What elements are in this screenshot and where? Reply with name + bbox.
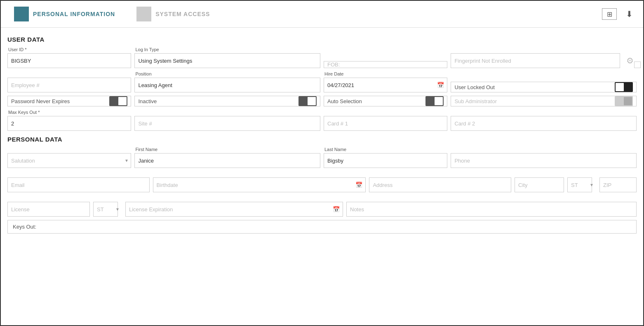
max-keys-input[interactable] [7, 116, 131, 131]
personal-data-row-2: 📅 ST ▾ [7, 171, 637, 192]
position-input[interactable] [134, 78, 320, 92]
login-type-input[interactable] [134, 53, 320, 68]
card1-input[interactable] [324, 116, 447, 131]
license-spacer [7, 196, 90, 201]
personal-data-row-3: ST ▾ 📅 [7, 196, 637, 217]
license-exp-group: 📅 [125, 196, 343, 217]
personal-data-section-title: PERSONAL DATA [7, 136, 637, 143]
sub-admin-label: Sub Administrator [454, 98, 611, 104]
zip-input[interactable] [599, 177, 637, 192]
user-locked-out-container: User Locked Out [451, 82, 637, 92]
main-content: USER DATA User ID * Log In Type FOB: [1, 28, 643, 325]
user-data-section-title: USER DATA [7, 36, 637, 43]
city-input[interactable] [515, 177, 564, 192]
inactive-label: Inactive [138, 98, 295, 104]
birthdate-wrapper: 📅 [153, 177, 366, 192]
user-locked-spacer [451, 76, 637, 80]
notes-spacer [346, 196, 637, 201]
download-icon: ⬇ [626, 9, 633, 19]
license-input[interactable] [7, 202, 90, 217]
email-spacer [7, 171, 150, 176]
sub-admin-group: Sub Administrator [451, 96, 637, 106]
fob-container: FOB: [324, 61, 447, 68]
user-data-row-2: Position Hire Date 📅 User Locked Out [7, 71, 637, 92]
gear-icon: ⚙ [626, 56, 634, 66]
grid-view-button[interactable]: ⊞ [602, 8, 617, 20]
inactive-knob [308, 97, 316, 105]
auto-selection-label: Auto Selection [327, 98, 422, 104]
user-locked-out-group: User Locked Out [451, 76, 637, 92]
keys-out-bar: Keys Out: [7, 220, 637, 234]
auto-selection-toggle[interactable] [425, 96, 444, 106]
auto-selection-group: Auto Selection [324, 96, 447, 106]
first-name-label: First Name [134, 147, 320, 152]
last-name-input[interactable] [324, 153, 447, 168]
phone-input[interactable] [451, 153, 637, 168]
address-spacer [369, 171, 511, 176]
address-input[interactable] [369, 177, 511, 192]
sub-admin-knob [624, 97, 632, 105]
license-state-select[interactable]: ST [93, 202, 118, 217]
password-never-expires-label: Password Never Expires [11, 98, 106, 104]
license-exp-spacer [125, 196, 343, 201]
user-id-input[interactable] [7, 53, 131, 68]
fingerprint-text: Fingerprint Not Enrolled [451, 53, 620, 68]
birthdate-group: 📅 [153, 171, 366, 192]
header-actions: ⊞ ⬇ [602, 8, 637, 20]
card2-input[interactable] [451, 116, 637, 131]
employee-input[interactable] [7, 78, 131, 92]
salutation-select[interactable]: Salutation [7, 153, 131, 168]
salutation-group: Salutation ▾ [7, 147, 131, 168]
user-data-row-1: User ID * Log In Type FOB: Fingerprint N… [7, 47, 637, 68]
license-exp-wrapper: 📅 [125, 202, 343, 217]
birthdate-input[interactable] [153, 177, 366, 192]
position-group: Position [134, 71, 320, 92]
tab-system-label: SYSTEM ACCESS [155, 11, 210, 17]
password-never-expires-container: Password Never Expires [7, 96, 131, 106]
fob-checkbox[interactable] [634, 61, 641, 68]
card2-group [451, 110, 637, 131]
hire-date-wrapper: 📅 [324, 78, 447, 92]
site-group [134, 110, 320, 131]
user-locked-out-toggle[interactable] [615, 82, 633, 92]
employee-group [7, 71, 131, 92]
max-keys-group: Max Keys Out * [7, 110, 131, 131]
fingerprint-container: Fingerprint Not Enrolled ⚙ [451, 53, 637, 68]
city-group [515, 171, 564, 192]
zip-spacer [599, 171, 637, 176]
inactive-toggle[interactable] [298, 96, 317, 106]
user-locked-out-label: User Locked Out [454, 84, 611, 90]
sub-admin-toggle [615, 96, 633, 106]
login-type-group: Log In Type [134, 47, 320, 68]
license-exp-input[interactable] [125, 202, 343, 217]
last-name-label: Last Name [324, 147, 447, 152]
password-never-expires-toggle[interactable] [109, 96, 127, 106]
inactive-group: Inactive [134, 96, 320, 106]
fingerprint-spacer [451, 47, 637, 52]
position-label: Position [134, 71, 320, 76]
tab-personal-label: PERSONAL INFORMATION [33, 11, 115, 17]
tab-system-access[interactable]: SYSTEM ACCESS [130, 4, 216, 24]
download-button[interactable]: ⬇ [622, 8, 637, 20]
first-name-input[interactable] [134, 153, 320, 168]
email-input[interactable] [7, 177, 150, 192]
sub-admin-container: Sub Administrator [451, 96, 637, 106]
auto-selection-container: Auto Selection [324, 96, 447, 106]
state-select[interactable]: ST [567, 177, 592, 192]
address-group [369, 171, 511, 192]
salutation-select-wrapper: Salutation ▾ [7, 153, 131, 168]
hire-date-input[interactable] [324, 78, 447, 92]
salutation-spacer [7, 147, 131, 152]
auto-selection-knob [435, 97, 443, 105]
fob-label: FOB: [327, 61, 444, 68]
tab-personal-information[interactable]: PERSONAL INFORMATION [7, 4, 122, 24]
phone-group [451, 147, 637, 168]
user-id-label: User ID * [7, 47, 131, 52]
site-spacer [134, 110, 320, 115]
hire-date-label: Hire Date [324, 71, 447, 76]
state-select-wrapper: ST ▾ [567, 177, 596, 192]
notes-input[interactable] [346, 202, 637, 217]
site-input[interactable] [134, 116, 320, 131]
city-spacer [515, 171, 564, 176]
header-tabs: PERSONAL INFORMATION SYSTEM ACCESS ⊞ ⬇ [1, 1, 643, 28]
